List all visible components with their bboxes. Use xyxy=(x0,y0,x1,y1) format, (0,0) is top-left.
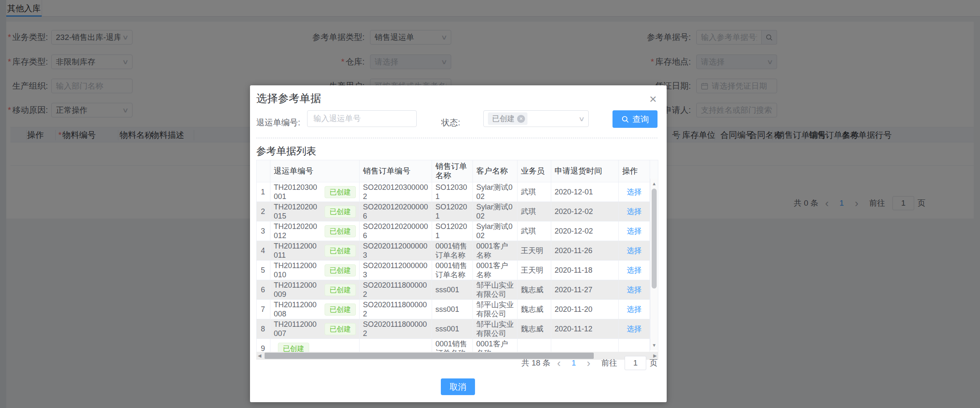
table-body: 1TH20120300001已创建SO20201203000002SO12030… xyxy=(257,182,651,354)
select-reference-doc-dialog: 选择参考单据 × 退运单编号: 状态: 已创建× ∨ 查询 参考单据列表 退运单… xyxy=(250,85,667,402)
modal-pagination: 共 18 条 ‹ 1 › 前往 1 页 xyxy=(521,356,658,370)
search-icon xyxy=(621,115,629,123)
page-number[interactable]: 1 xyxy=(572,358,576,368)
page-jump-input[interactable]: 1 xyxy=(625,356,646,370)
select-row-link[interactable]: 选择 xyxy=(627,324,642,333)
screen: 其他入库 *业务类型:232-销售出库-退库∨参考单据类型:销售退运单∨参考单据… xyxy=(0,0,980,408)
table-row: 3TH20120200012已创建SO20201202000006SO12020… xyxy=(257,221,651,241)
column-header: 销售订单编号 xyxy=(360,160,432,182)
select-row-link[interactable]: 选择 xyxy=(627,187,642,197)
column-header: 申请退货时间 xyxy=(551,160,619,182)
select-row-link[interactable]: 选择 xyxy=(627,305,642,314)
vertical-scrollbar[interactable]: ▲ ▼ xyxy=(650,179,658,350)
status-badge: 已创建 xyxy=(325,284,356,296)
status-select[interactable]: 已创建× ∨ xyxy=(483,110,589,127)
index-column-header xyxy=(257,160,270,182)
select-row-link[interactable]: 选择 xyxy=(627,266,642,275)
column-header: 退运单编号 xyxy=(270,160,360,182)
reference-list-title: 参考单据列表 xyxy=(256,144,316,158)
select-row-link[interactable]: 选择 xyxy=(627,246,642,255)
return-code-label: 退运单编号: xyxy=(256,114,300,131)
table-row: 7TH20112000008已创建SO20201118000002sss001邹… xyxy=(257,300,651,319)
table-row: 2TH20120200015已创建SO20201202000006SO12020… xyxy=(257,202,651,221)
status-badge: 已创建 xyxy=(325,323,356,335)
select-row-link[interactable]: 选择 xyxy=(627,226,642,236)
status-badge: 已创建 xyxy=(325,264,356,276)
table-row: 8TH20112000007已创建SO20201118000002sss001邹… xyxy=(257,319,651,339)
scroll-up-icon[interactable]: ▲ xyxy=(650,180,658,187)
status-tag: 已创建× xyxy=(488,112,528,125)
status-badge: 已创建 xyxy=(325,206,356,218)
status-badge: 已创建 xyxy=(325,304,356,316)
total-count: 共 18 条 xyxy=(521,358,550,368)
table-row: 5TH20112000010已创建SO202011200000030001销售订… xyxy=(257,261,651,280)
next-page-icon[interactable]: › xyxy=(587,359,590,367)
status-label: 状态: xyxy=(441,114,460,131)
dashed-divider xyxy=(256,138,658,138)
reference-doc-table: 退运单编号销售订单编号销售订单名称客户名称业务员申请退货时间操作 1TH2012… xyxy=(256,160,658,354)
column-header: 销售订单名称 xyxy=(432,160,473,182)
column-header: 业务员 xyxy=(518,160,551,182)
vertical-scroll-thumb[interactable] xyxy=(652,189,657,289)
prev-page-icon[interactable]: ‹ xyxy=(557,359,561,367)
remove-tag-icon[interactable]: × xyxy=(517,115,525,123)
column-header: 操作 xyxy=(619,160,650,182)
table-row: 1TH20120300001已创建SO20201203000002SO12030… xyxy=(257,182,651,202)
search-button[interactable]: 查询 xyxy=(612,110,658,128)
column-header: 客户名称 xyxy=(473,160,518,182)
cancel-button[interactable]: 取消 xyxy=(441,378,475,395)
scroll-left-icon[interactable]: ◀ xyxy=(256,352,263,360)
goto-label: 前往 xyxy=(601,358,617,368)
dialog-title: 选择参考单据 xyxy=(256,91,321,106)
status-badge: 已创建 xyxy=(325,186,356,198)
status-badge: 已创建 xyxy=(325,245,356,257)
return-code-input-wrap xyxy=(307,110,417,127)
return-code-input[interactable] xyxy=(313,114,410,123)
table-header-row: 退运单编号销售订单编号销售订单名称客户名称业务员申请退货时间操作 xyxy=(257,160,658,182)
close-icon[interactable]: × xyxy=(649,93,657,105)
select-row-link[interactable]: 选择 xyxy=(627,285,642,294)
table-row: 6TH20112000009已创建SO20201118000002sss001邹… xyxy=(257,280,651,300)
scroll-down-icon[interactable]: ▼ xyxy=(650,342,658,348)
page-unit-label: 页 xyxy=(650,358,658,368)
status-badge: 已创建 xyxy=(325,225,356,237)
table-row: 4TH20112000011已创建SO202011200000030001销售订… xyxy=(257,241,651,261)
chevron-down-icon: ∨ xyxy=(578,115,585,123)
select-row-link[interactable]: 选择 xyxy=(627,207,642,216)
